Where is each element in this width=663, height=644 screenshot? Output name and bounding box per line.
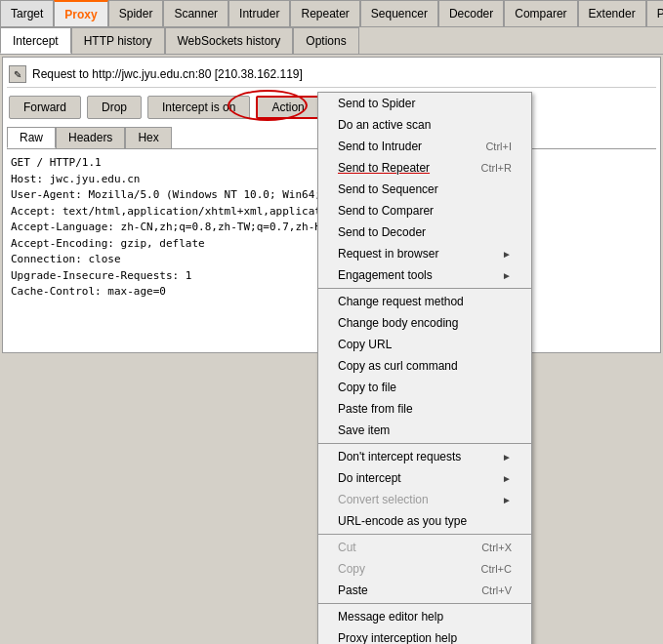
arrow-do-intercept: ► [502, 473, 512, 484]
tab-options[interactable]: Options [293, 27, 358, 54]
menu-copy-curl[interactable]: Copy as curl command [318, 355, 531, 377]
separator-2 [318, 443, 531, 444]
shortcut-paste: Ctrl+V [481, 584, 512, 596]
top-nav: Target Proxy Spider Scanner Intruder Rep… [0, 0, 663, 27]
tab-spider[interactable]: Spider [108, 0, 164, 26]
arrow-engagement: ► [502, 270, 512, 281]
tab-intruder[interactable]: Intruder [228, 0, 290, 26]
forward-button[interactable]: Forward [9, 96, 81, 119]
menu-do-active-scan[interactable]: Do an active scan [318, 114, 531, 136]
shortcut-copy: Ctrl+C [481, 563, 512, 575]
menu-paste-from-file[interactable]: Paste from file [318, 398, 531, 420]
main-content: ✎ Request to http://jwc.jyu.edu.cn:80 [2… [2, 57, 661, 353]
menu-send-to-sequencer[interactable]: Send to Sequencer [318, 179, 531, 200]
subtab-raw[interactable]: Raw [7, 127, 56, 148]
menu-proxy-interception-help[interactable]: Proxy interception help [318, 627, 531, 644]
send-to-repeater-label: Send to Repeater [338, 161, 430, 175]
tab-decoder[interactable]: Decoder [438, 0, 504, 26]
menu-send-to-decoder[interactable]: Send to Decoder [318, 221, 531, 243]
tab-proxy[interactable]: Proxy [54, 0, 107, 26]
menu-copy-to-file[interactable]: Copy to file [318, 377, 531, 398]
arrow-request-browser: ► [502, 249, 512, 260]
shortcut-cut: Ctrl+X [481, 542, 512, 553]
tab-target[interactable]: Target [0, 0, 54, 26]
intercept-button[interactable]: Intercept is on [147, 96, 250, 119]
tab-websockets-history[interactable]: WebSockets history [165, 27, 294, 54]
tab-scanner[interactable]: Scanner [163, 0, 228, 26]
menu-save-item[interactable]: Save item [318, 420, 531, 441]
separator-1 [318, 288, 531, 289]
request-info-bar: ✎ Request to http://jwc.jyu.edu.cn:80 [2… [7, 61, 656, 88]
menu-url-encode[interactable]: URL-encode as you type [318, 510, 531, 532]
tab-intercept[interactable]: Intercept [0, 27, 71, 54]
menu-send-to-comparer[interactable]: Send to Comparer [318, 200, 531, 221]
shortcut-intruder: Ctrl+I [485, 141, 512, 152]
menu-dont-intercept[interactable]: Don't intercept requests ► [318, 446, 531, 467]
menu-copy-url[interactable]: Copy URL [318, 334, 531, 355]
menu-cut[interactable]: Cut Ctrl+X [318, 537, 531, 558]
tab-project-options[interactable]: Project options [646, 0, 663, 26]
menu-do-intercept[interactable]: Do intercept ► [318, 467, 531, 489]
separator-4 [318, 603, 531, 604]
menu-send-to-repeater[interactable]: Send to Repeater Ctrl+R [318, 157, 531, 179]
menu-copy[interactable]: Copy Ctrl+C [318, 558, 531, 580]
shortcut-repeater: Ctrl+R [481, 162, 512, 174]
edit-icon[interactable]: ✎ [9, 65, 26, 83]
arrow-dont-intercept: ► [502, 452, 512, 463]
tab-comparer[interactable]: Comparer [504, 0, 577, 26]
tab-extender[interactable]: Extender [578, 0, 646, 26]
subtab-headers[interactable]: Headers [56, 127, 125, 148]
menu-request-in-browser[interactable]: Request in browser ► [318, 243, 531, 264]
action-buttons-row: Forward Drop Intercept is on Action Send… [7, 92, 656, 123]
menu-send-to-intruder[interactable]: Send to Intruder Ctrl+I [318, 136, 531, 157]
arrow-convert: ► [502, 495, 512, 505]
menu-message-editor-help[interactable]: Message editor help [318, 606, 531, 627]
request-url: Request to http://jwc.jyu.edu.cn:80 [210… [32, 67, 303, 81]
menu-paste[interactable]: Paste Ctrl+V [318, 580, 531, 601]
drop-button[interactable]: Drop [87, 96, 142, 119]
separator-3 [318, 534, 531, 535]
context-menu: Send to Spider Do an active scan Send to… [317, 92, 532, 644]
tab-http-history[interactable]: HTTP history [71, 27, 165, 54]
second-nav: Intercept HTTP history WebSockets histor… [0, 27, 663, 55]
menu-change-body-encoding[interactable]: Change body encoding [318, 312, 531, 334]
tab-repeater[interactable]: Repeater [290, 0, 359, 26]
subtab-hex[interactable]: Hex [125, 127, 171, 148]
menu-send-to-spider[interactable]: Send to Spider [318, 93, 531, 114]
action-button[interactable]: Action [256, 96, 319, 119]
menu-convert-selection[interactable]: Convert selection ► [318, 489, 531, 510]
menu-engagement-tools[interactable]: Engagement tools ► [318, 264, 531, 286]
menu-change-request-method[interactable]: Change request method [318, 291, 531, 312]
tab-sequencer[interactable]: Sequencer [360, 0, 438, 26]
